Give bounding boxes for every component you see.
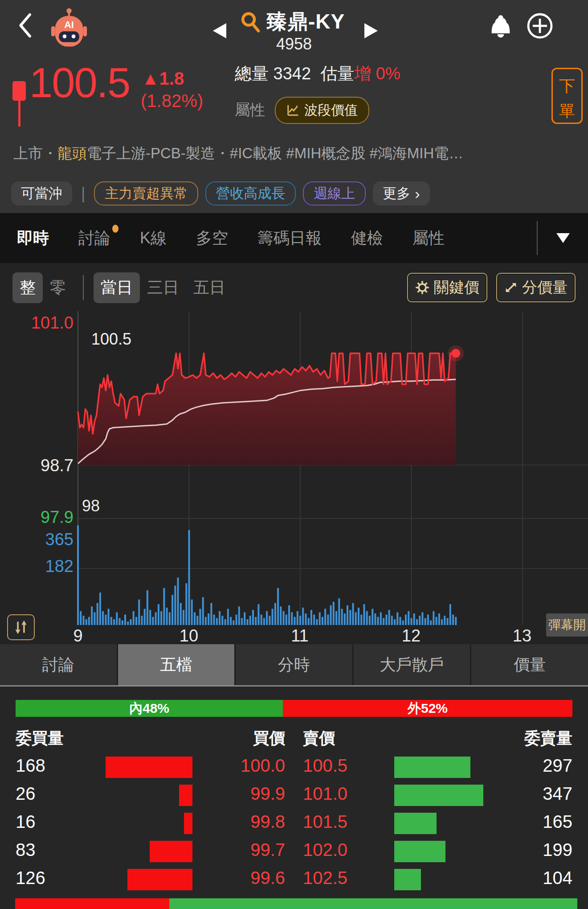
btab-discussion[interactable]: 討論 <box>0 644 117 685</box>
leader-tag[interactable]: 龍頭 <box>57 145 87 161</box>
header: AI 臻鼎-KY 4958 <box>0 0 588 50</box>
svg-text:97.9: 97.9 <box>41 508 74 526</box>
chevron-right-icon: › <box>415 185 420 202</box>
pill-main-force-sell[interactable]: 主力賣超異常 <box>94 181 198 206</box>
total-volume: 3342 <box>274 64 311 83</box>
svg-text:182: 182 <box>45 557 74 576</box>
header-ask-price: 賣價 <box>303 728 335 749</box>
order-book-row[interactable]: 126 99.6 102.5 104 <box>0 868 588 891</box>
svg-text:100.5: 100.5 <box>91 330 131 348</box>
lot-odd-toggle[interactable]: 零 <box>43 272 73 303</box>
order-book-row[interactable]: 16 99.8 101.5 165 <box>0 812 588 835</box>
btab-five-level[interactable]: 五檔 <box>118 644 235 685</box>
outer-pct-segment: 外52% <box>283 700 572 717</box>
estimate-change: 增 0% <box>354 64 400 83</box>
chart-sort-button[interactable] <box>7 614 35 640</box>
total-bid-segment <box>15 898 169 909</box>
ask-volume-bar <box>394 813 437 834</box>
order-book-row[interactable]: 168 100.0 100.5 297 <box>0 756 588 779</box>
order-book-row[interactable]: 83 99.7 102.0 199 <box>0 840 588 863</box>
tab-attributes[interactable]: 屬性 <box>412 227 445 249</box>
bottom-tabbar: 討論 五檔 分時 大戶散戶 價量 <box>0 644 588 687</box>
tab-realtime[interactable]: 即時 <box>17 227 49 249</box>
header-bid-price: 買價 <box>241 728 285 749</box>
price-flag-icon <box>12 81 28 128</box>
hashtags[interactable]: #IC載板 #MIH概念股 #鴻海MIH電… <box>230 145 463 161</box>
intraday-chart[interactable]: 101.0100.598.79897.9365182910111213 <box>0 310 588 644</box>
svg-text:11: 11 <box>291 626 308 644</box>
chevron-down-icon <box>556 233 570 243</box>
svg-text:9: 9 <box>73 626 82 644</box>
bid-volume-bar <box>150 841 192 862</box>
range-5day[interactable]: 五日 <box>186 272 233 303</box>
volume-by-price-button[interactable]: 分價量 <box>496 273 576 302</box>
search-icon[interactable] <box>241 12 260 33</box>
stock-app: AI 臻鼎-KY 4958 100.5 ▲1.8 (1.82%) <box>0 0 588 909</box>
chart-controls: 整 零 當日 三日 五日 關鍵價 <box>0 267 588 308</box>
tab-health-check[interactable]: 健檢 <box>351 227 383 249</box>
ask-volume-bar <box>394 869 421 890</box>
tab-dropdown[interactable] <box>537 221 588 255</box>
bid-volume-bar <box>184 813 192 834</box>
svg-text:101.0: 101.0 <box>31 313 74 332</box>
next-stock-icon[interactable] <box>364 23 378 38</box>
range-day[interactable]: 當日 <box>94 272 140 303</box>
pill-divider: | <box>81 184 85 203</box>
order-book-row[interactable]: 26 99.9 101.0 347 <box>0 784 588 807</box>
quote-panel: 100.5 ▲1.8 (1.82%) 總量 3342 估量增 0% 屬性 波段價… <box>0 50 588 134</box>
pill-more[interactable]: 更多› <box>373 181 429 206</box>
bid-volume-bar <box>127 869 192 890</box>
stock-title[interactable]: 臻鼎-KY <box>266 8 345 36</box>
svg-text:365: 365 <box>45 530 74 549</box>
range-3day[interactable]: 三日 <box>140 272 186 303</box>
up-arrow-icon: ▲ <box>142 69 159 88</box>
inner-pct-segment: 內48% <box>16 700 283 717</box>
btab-time-sales[interactable]: 分時 <box>236 644 352 685</box>
attribute-label: 屬性 <box>235 100 265 120</box>
add-watchlist-icon[interactable] <box>527 12 553 39</box>
ask-volume-bar <box>394 785 483 806</box>
pill-day-trade[interactable]: 可當沖 <box>11 181 72 206</box>
sort-arrows-icon <box>13 619 29 635</box>
trend-chart-icon <box>286 103 300 117</box>
attribute-line: 屬性 波段價值 <box>235 98 369 122</box>
pill-above-weekly[interactable]: 週線上 <box>303 181 366 206</box>
svg-text:10: 10 <box>180 626 198 644</box>
tag-row[interactable]: 上市・龍頭電子上游-PCB-製造・#IC載板 #MIH概念股 #鴻海MIH電… <box>0 134 588 174</box>
tab-chips-daily[interactable]: 籌碼日報 <box>257 227 322 249</box>
tab-kline[interactable]: K線 <box>140 227 167 249</box>
svg-text:13: 13 <box>513 626 531 644</box>
chart-section: 整 零 當日 三日 五日 關鍵價 <box>0 263 588 644</box>
danmu-toggle-button[interactable]: 彈幕開 <box>546 613 588 637</box>
industry-tag[interactable]: 電子上游-PCB-製造 <box>87 145 215 161</box>
notification-bell-icon[interactable] <box>489 14 512 39</box>
svg-text:AI: AI <box>64 20 74 30</box>
price-change: ▲1.8 <box>142 69 184 89</box>
order-book: 內48% 外52% 委買量 買價 賣價 委賣量 168 100.0 100.5 … <box>0 687 588 909</box>
tab-long-short[interactable]: 多空 <box>196 227 228 249</box>
lot-whole-toggle[interactable]: 整 <box>12 272 43 303</box>
bid-volume-bar <box>106 757 192 778</box>
volume-line: 總量 3342 估量增 0% <box>235 62 400 85</box>
ask-volume-bar <box>394 757 470 778</box>
gear-icon <box>415 280 429 295</box>
notification-dot <box>112 225 118 233</box>
bid-volume-bar <box>179 785 192 806</box>
controls-divider <box>83 275 84 300</box>
btab-price-volume[interactable]: 價量 <box>471 644 588 685</box>
key-price-button[interactable]: 關鍵價 <box>407 273 487 302</box>
svg-text:98: 98 <box>82 497 100 515</box>
place-order-button[interactable]: 下單 <box>551 68 583 124</box>
main-tab-items: 即時 討論 K線 多空 籌碼日報 健檢 屬性 <box>0 227 537 249</box>
total-ask-segment <box>169 898 577 909</box>
inner-outer-bar: 內48% 外52% <box>16 700 572 717</box>
svg-text:12: 12 <box>402 626 421 644</box>
pill-revenue-growth[interactable]: 營收高成長 <box>205 181 296 206</box>
ask-volume-bar <box>394 841 445 862</box>
wave-value-badge[interactable]: 波段價值 <box>275 97 369 124</box>
tab-discussion[interactable]: 討論 <box>78 227 110 249</box>
main-tabbar: 即時 討論 K線 多空 籌碼日報 健檢 屬性 <box>0 213 588 263</box>
signal-pill-row: 可當沖 | 主力賣超異常 營收高成長 週線上 更多› <box>0 174 588 213</box>
btab-big-small-players[interactable]: 大戶散戶 <box>354 644 470 685</box>
svg-text:98.7: 98.7 <box>41 456 74 475</box>
